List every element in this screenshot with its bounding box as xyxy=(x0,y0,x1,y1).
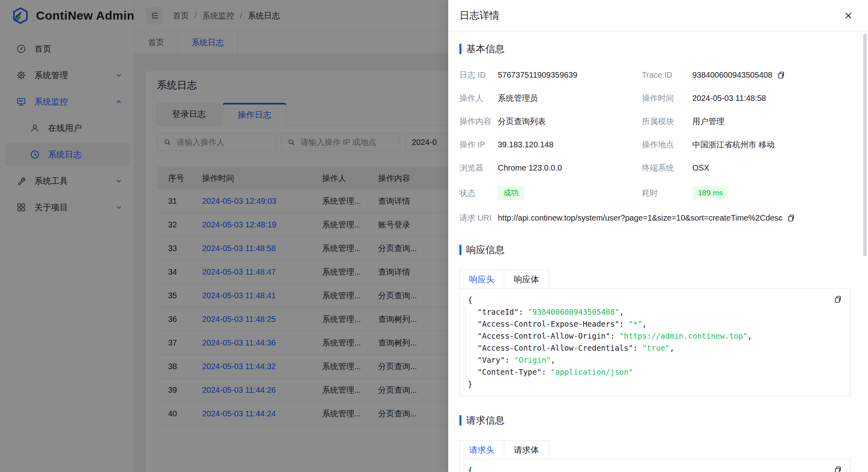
drawer-title: 日志详情 xyxy=(459,9,499,22)
response-headers-panel: {"traceId": "938400600943505408","Access… xyxy=(459,288,850,396)
response-tabs: 响应头 响应体 xyxy=(459,270,850,289)
code-line: "Access-Control-Allow-Origin": "https://… xyxy=(468,330,842,342)
drawer-scrollbar-thumb[interactable] xyxy=(863,34,867,256)
request-tab[interactable]: 请求头 xyxy=(459,440,504,459)
request-tabs: 请求头 请求体 xyxy=(459,440,850,459)
code-line: { xyxy=(468,464,842,472)
code-line: "traceId": "938400600943505408", xyxy=(468,306,842,318)
code-line: "Access-Control-Allow-Credentials": "tru… xyxy=(468,342,842,354)
response-tab[interactable]: 响应头 xyxy=(459,270,504,289)
copy-icon[interactable] xyxy=(776,70,786,80)
drawer-header: 日志详情 xyxy=(448,0,868,31)
code-line: "Access-Control-Expose-Headers": "*", xyxy=(468,318,842,330)
section-request-info: 请求信息 xyxy=(459,414,850,427)
copy-response-button[interactable] xyxy=(833,294,843,304)
code-line: "Vary": "Origin", xyxy=(468,354,842,366)
response-tab[interactable]: 响应体 xyxy=(504,270,549,289)
section-response-info: 响应信息 xyxy=(459,243,850,256)
indent-guide xyxy=(465,306,466,378)
drawer-body: 基本信息 日志 ID 576737511909359639 Trace ID 9… xyxy=(448,31,868,472)
code-line: { xyxy=(468,294,842,306)
log-detail-drawer: 日志详情 基本信息 日志 ID 576737511909359639 Trace… xyxy=(448,0,868,472)
close-button[interactable] xyxy=(842,10,854,22)
copy-icon[interactable] xyxy=(786,213,796,223)
basic-info-fields: 日志 ID 576737511909359639 Trace ID 938400… xyxy=(459,70,850,223)
close-icon xyxy=(844,11,853,20)
request-tab[interactable]: 请求体 xyxy=(504,440,549,459)
code-line: "Content-Type": "application/json" xyxy=(468,366,842,378)
section-basic-info: 基本信息 xyxy=(459,42,850,55)
copy-request-button[interactable] xyxy=(833,465,843,472)
request-headers-panel: { xyxy=(459,459,850,472)
code-line: } xyxy=(468,378,842,390)
